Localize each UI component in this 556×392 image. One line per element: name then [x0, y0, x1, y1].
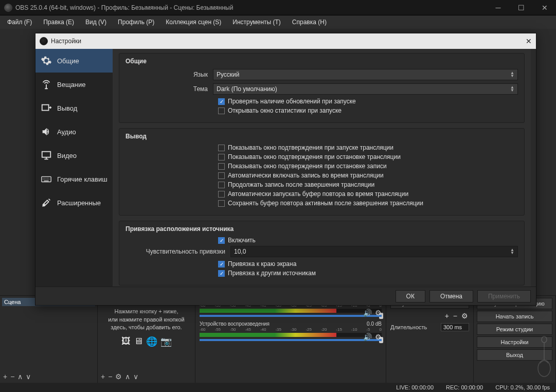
sidebar-item-label: Вещание	[57, 81, 86, 88]
add-source-button[interactable]: +	[101, 372, 105, 381]
sidebar-item-output[interactable]: Вывод	[35, 96, 113, 120]
sidebar-item-label: Расширенные	[57, 199, 101, 207]
sidebar-item-audio[interactable]: Аудио	[35, 120, 113, 144]
checkbox-label: Показывать окно подтверждения при остано…	[228, 163, 387, 170]
check-updates-checkbox[interactable]: ✓	[218, 98, 225, 105]
menu-help[interactable]: Справка (H)	[287, 16, 332, 28]
sidebar-item-label: Горячие клавиш	[57, 175, 107, 183]
controls-panel: Запустить трансляцию Начать запись Режим…	[474, 295, 556, 383]
minimize-button[interactable]: ─	[487, 0, 510, 15]
sidebar-item-video[interactable]: Видео	[35, 144, 113, 167]
cancel-button[interactable]: Отмена	[429, 290, 473, 302]
settings-sidebar: Общие Вещание Вывод Аудио Видео Горячие …	[35, 49, 113, 287]
checkbox-label: Привязка к другим источникам	[228, 270, 316, 277]
theme-select[interactable]: Dark (По умолчанию) ▲▼	[213, 83, 518, 95]
transition-settings-button[interactable]: ⚙	[461, 312, 468, 320]
checkbox-label: Сохранять буфер повтора активным после з…	[228, 200, 423, 207]
menu-scene-collection[interactable]: Коллекция сцен (S)	[160, 16, 226, 28]
duration-input[interactable]	[441, 323, 469, 331]
mixer-settings-button[interactable]: ⚙	[375, 333, 382, 341]
remove-source-button[interactable]: −	[108, 372, 112, 381]
dialog-close-button[interactable]: ✕	[526, 37, 532, 45]
dialog-title: Настройки	[51, 38, 81, 45]
snap-sources-checkbox[interactable]: ✓	[218, 270, 225, 277]
scrollbar[interactable]	[531, 49, 536, 287]
menu-profile[interactable]: Профиль (P)	[113, 16, 159, 28]
snap-enable-checkbox[interactable]: ✓	[218, 237, 225, 244]
mixer-volume-slider[interactable]	[200, 339, 382, 341]
open-stats-checkbox[interactable]	[218, 108, 225, 114]
remove-transition-button[interactable]: −	[453, 312, 457, 320]
snap-edge-checkbox[interactable]: ✓	[218, 261, 225, 268]
close-button[interactable]: ✕	[533, 0, 556, 15]
source-settings-button[interactable]: ⚙	[115, 372, 122, 381]
add-transition-button[interactable]: +	[445, 312, 449, 320]
auto-record-checkbox[interactable]	[218, 172, 225, 179]
app-logo-icon	[4, 4, 12, 12]
check-updates-label: Проверять наличие обновлений при запуске	[228, 98, 356, 105]
ok-button[interactable]: ОК	[396, 290, 425, 302]
checkbox-label: Продолжать запись после завершения транс…	[228, 181, 374, 188]
duration-label: Длительность	[390, 324, 427, 330]
settings-content: Общие Язык Русский ▲▼ Тема Dark (По умол…	[113, 49, 531, 287]
mixer-settings-button[interactable]: ⚙	[375, 309, 382, 317]
sidebar-item-hotkeys[interactable]: Горячие клавиш	[35, 167, 113, 191]
remove-scene-button[interactable]: −	[10, 372, 14, 381]
svg-rect-3	[42, 152, 51, 157]
confirm-stop-record-checkbox[interactable]	[218, 163, 225, 170]
auto-replay-buffer-checkbox[interactable]	[218, 191, 225, 198]
maximize-button[interactable]: ☐	[510, 0, 533, 15]
mute-button[interactable]: 🔊	[363, 309, 372, 317]
mixer-meter	[200, 309, 382, 313]
dialog-logo-icon	[40, 37, 48, 45]
group-title: Общие	[125, 58, 518, 65]
confirm-stop-stream-checkbox[interactable]	[218, 154, 225, 161]
menu-file[interactable]: Файл (F)	[2, 16, 37, 28]
language-select[interactable]: Русский ▲▼	[213, 69, 518, 80]
sources-panel: У вас нет источников. Нажмите кнопку + н…	[98, 295, 195, 383]
mixer-track-db: 0.0 dB	[367, 321, 382, 327]
group-title: Вывод	[125, 133, 518, 140]
sidebar-item-general[interactable]: Общие	[35, 49, 113, 73]
apply-button[interactable]: Применить	[477, 290, 531, 302]
sidebar-item-label: Общие	[57, 57, 79, 65]
mixer-track-label: Устройство воспроизведения	[200, 321, 270, 327]
status-bar: LIVE: 00:00:00 REC: 00:00:00 CPU: 0.2%, …	[0, 383, 556, 392]
settings-dialog: Настройки ✕ Общие Вещание Вывод Аудио	[35, 33, 536, 306]
source-up-button[interactable]: ∧	[125, 372, 130, 381]
scene-up-button[interactable]: ∧	[17, 372, 23, 381]
antenna-icon	[41, 79, 52, 90]
sidebar-item-advanced[interactable]: Расширенные	[35, 191, 113, 215]
settings-button[interactable]: Настройки	[477, 336, 552, 348]
chevron-updown-icon: ▲▼	[510, 72, 514, 78]
open-stats-label: Открывать окно статистики при запуске	[228, 107, 342, 114]
theme-label: Тема	[125, 85, 213, 93]
start-recording-button[interactable]: Начать запись	[477, 311, 552, 322]
scene-down-button[interactable]: ∨	[26, 372, 31, 381]
menu-edit[interactable]: Правка (E)	[38, 16, 79, 28]
sidebar-item-stream[interactable]: Вещание	[35, 73, 113, 96]
menu-tools[interactable]: Инструменты (T)	[227, 16, 285, 28]
checkbox-label: Автоматически запускать буфер повтора во…	[228, 190, 408, 198]
dialog-button-row: ОК Отмена Применить	[35, 287, 536, 305]
image-source-icon: 🖼	[121, 336, 131, 347]
menu-view[interactable]: Вид (V)	[80, 16, 112, 28]
mixer-volume-slider[interactable]	[200, 315, 382, 317]
add-scene-button[interactable]: +	[3, 372, 7, 381]
confirm-start-stream-checkbox[interactable]	[218, 145, 225, 151]
keyboard-icon	[41, 173, 52, 185]
group-snapping: Привязка расположения источника ✓Включит…	[119, 221, 525, 286]
status-cpu: CPU: 0.2%, 30.00 fps	[495, 384, 550, 390]
keep-recording-checkbox[interactable]	[218, 182, 225, 188]
studio-mode-button[interactable]: Режим студии	[477, 324, 552, 335]
speaker-icon	[41, 126, 52, 137]
audio-mixer-panel: Mic/Aux0.0 dB -60-55-50-45-40-35-30-25-2…	[195, 295, 386, 383]
chevron-updown-icon: ▲▼	[510, 86, 514, 92]
checkbox-label: Включить	[228, 237, 256, 244]
exit-button[interactable]: Выход	[477, 349, 552, 361]
camera-source-icon: 📷	[160, 336, 172, 347]
snap-sensitivity-input[interactable]: 10,0 ▲▼	[230, 246, 518, 257]
keep-replay-buffer-checkbox[interactable]	[218, 200, 225, 207]
mute-button[interactable]: 🔊	[363, 333, 372, 341]
source-down-button[interactable]: ∨	[133, 372, 138, 381]
